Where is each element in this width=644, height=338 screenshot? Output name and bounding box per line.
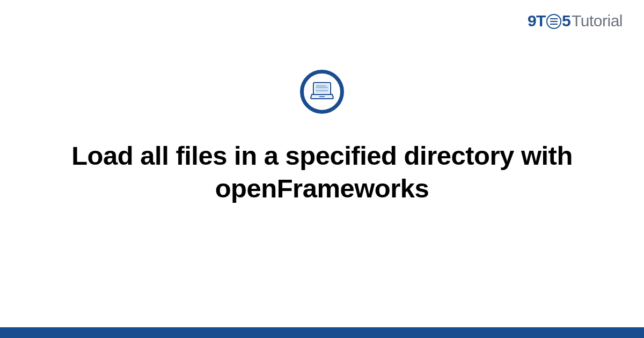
logo-text-tutorial: Tutorial (572, 12, 623, 30)
logo-text-5: 5 (562, 12, 570, 30)
main-content: Load all files in a specified directory … (0, 70, 644, 205)
logo-circle-icon (546, 14, 561, 29)
footer-bar (0, 327, 644, 338)
laptop-icon (310, 81, 334, 102)
logo-text-9t: 9T (528, 12, 546, 30)
site-logo[interactable]: 9T 5 Tutorial (528, 12, 623, 30)
page-title: Load all files in a specified directory … (64, 139, 580, 205)
laptop-icon-circle (300, 70, 344, 114)
